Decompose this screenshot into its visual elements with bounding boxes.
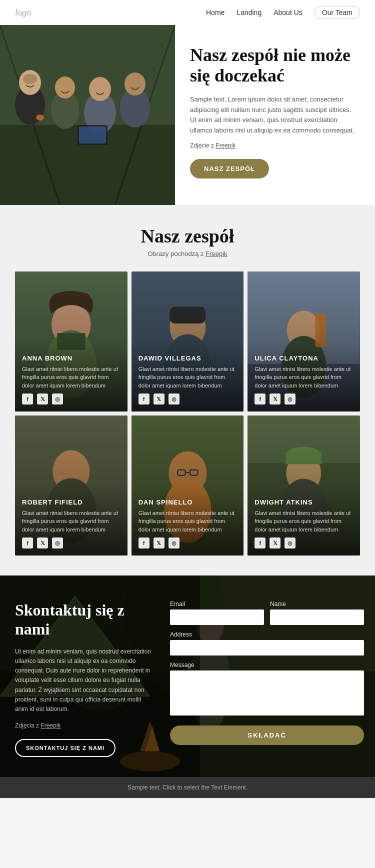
team-card[interactable]: ANNA BROWN Glavi amet ritnisi libero mol… <box>15 272 128 412</box>
form-row-2: Address <box>170 631 364 656</box>
submit-button[interactable]: SKŁADAĆ <box>170 726 364 745</box>
card-name: DAN SPINELLO <box>138 498 237 506</box>
instagram-icon[interactable]: ◎ <box>52 394 63 404</box>
instagram-icon[interactable]: ◎ <box>168 394 180 404</box>
twitter-icon[interactable]: 𝕏 <box>154 538 164 548</box>
svg-point-15 <box>36 114 44 120</box>
instagram-icon[interactable]: ◎ <box>284 538 296 548</box>
hero-title: Nasz zespół nie może się doczekać <box>190 45 355 86</box>
twitter-icon[interactable]: 𝕏 <box>154 394 164 404</box>
card-content: DAWID VILLEGAS Glavi amet ritnisi libero… <box>132 348 244 412</box>
card-socials: f 𝕏 ◎ <box>254 538 353 548</box>
contact-credit-link[interactable]: Freepik <box>40 722 60 729</box>
svg-point-10 <box>89 77 111 101</box>
card-name: DAWID VILLEGAS <box>138 354 237 362</box>
form-group-address: Address <box>170 631 364 656</box>
card-name: ULICA CLAYTONA <box>254 354 353 362</box>
form-group-message: Message <box>170 662 364 716</box>
svg-rect-12 <box>79 126 106 144</box>
name-input[interactable] <box>270 610 364 625</box>
card-description: Glavi amet ritnisi libero molestie ante … <box>254 509 353 534</box>
hero-section: Nasz zespół nie może się doczekać Sample… <box>0 25 375 205</box>
facebook-icon[interactable]: f <box>22 394 33 404</box>
contact-left: Skontaktuj się z nami Ut enim ad minim v… <box>15 600 155 757</box>
card-socials: f 𝕏 ◎ <box>138 538 237 548</box>
facebook-icon[interactable]: f <box>138 538 150 548</box>
team-credit-link[interactable]: Freepik <box>206 250 227 258</box>
email-label: Email <box>170 600 264 608</box>
navbar: logo Home Landing About Us Our Team <box>0 0 375 25</box>
hero-credit-link[interactable]: Freepik <box>216 142 236 149</box>
contact-section: Skontaktuj się z nami Ut enim ad minim v… <box>0 576 375 777</box>
team-section: Nasz zespół Obrazy pochodzą z Freepik AN… <box>0 205 375 576</box>
address-label: Address <box>170 631 364 638</box>
card-socials: f 𝕏 ◎ <box>22 538 120 548</box>
hero-description: Sample text. Lorem ipsum dolor sit amet,… <box>190 94 355 136</box>
contact-button[interactable]: SKONTAKTUJ SIĘ Z NAMI <box>15 739 116 757</box>
card-description: Glavi amet ritnisi libero molestie ante … <box>138 365 237 390</box>
card-content: ANNA BROWN Glavi amet ritnisi libero mol… <box>15 348 128 412</box>
twitter-icon[interactable]: 𝕏 <box>37 394 48 404</box>
card-content: DWIGHT ATKINS Glavi amet ritnisi libero … <box>248 492 360 556</box>
hero-illustration <box>0 25 175 205</box>
contact-credit: Zdjęcia z Freepik <box>15 722 155 729</box>
form-row-3: Message <box>170 662 364 716</box>
nav-home[interactable]: Home <box>206 8 224 16</box>
team-card[interactable]: DAWID VILLEGAS Glavi amet ritnisi libero… <box>132 272 244 412</box>
card-name: ANNA BROWN <box>22 354 120 362</box>
card-content: DAN SPINELLO Glavi amet ritnisi libero m… <box>132 492 244 556</box>
instagram-icon[interactable]: ◎ <box>284 394 296 404</box>
footer: Sample text. Click to select the Text El… <box>0 777 375 798</box>
team-title: Nasz zespół <box>15 225 360 247</box>
team-credit: Obrazy pochodzą z Freepik <box>15 250 360 258</box>
svg-point-8 <box>55 76 75 98</box>
nav-about[interactable]: About Us <box>274 8 302 16</box>
svg-point-6 <box>23 74 37 84</box>
instagram-icon[interactable]: ◎ <box>52 538 63 548</box>
card-content: ROBERT FIFIELD Glavi amet ritnisi libero… <box>15 492 128 556</box>
address-input[interactable] <box>170 640 364 656</box>
facebook-icon[interactable]: f <box>254 394 266 404</box>
contact-description: Ut enim ad minim veniam, quis nostrud ex… <box>15 647 155 714</box>
card-name: ROBERT FIFIELD <box>22 498 120 506</box>
facebook-icon[interactable]: f <box>138 394 150 404</box>
nav-our-team[interactable]: Our Team <box>314 6 360 19</box>
instagram-icon[interactable]: ◎ <box>168 538 180 548</box>
nav-links: Home Landing About Us Our Team <box>206 6 360 19</box>
card-description: Glavi amet ritnisi libero molestie ante … <box>22 365 120 390</box>
team-card[interactable]: ROBERT FIFIELD Glavi amet ritnisi libero… <box>15 416 128 556</box>
team-card[interactable]: ULICA CLAYTONA Glavi amet ritnisi libero… <box>248 272 360 412</box>
form-row-1: Email Name <box>170 600 364 625</box>
twitter-icon[interactable]: 𝕏 <box>37 538 48 548</box>
nav-landing[interactable]: Landing <box>236 8 262 16</box>
team-card[interactable]: DWIGHT ATKINS Glavi amet ritnisi libero … <box>248 416 360 556</box>
card-socials: f 𝕏 ◎ <box>22 394 120 404</box>
hero-image <box>0 25 175 205</box>
team-grid: ANNA BROWN Glavi amet ritnisi libero mol… <box>15 272 360 556</box>
card-socials: f 𝕏 ◎ <box>254 394 353 404</box>
name-label: Name <box>270 600 364 608</box>
contact-title: Skontaktuj się z nami <box>15 600 155 639</box>
contact-inner: Skontaktuj się z nami Ut enim ad minim v… <box>15 600 360 757</box>
team-card[interactable]: DAN SPINELLO Glavi amet ritnisi libero m… <box>132 416 244 556</box>
svg-point-14 <box>124 72 146 96</box>
card-content: ULICA CLAYTONA Glavi amet ritnisi libero… <box>248 348 360 412</box>
card-socials: f 𝕏 ◎ <box>138 394 237 404</box>
card-description: Glavi amet ritnisi libero molestie ante … <box>22 509 120 534</box>
card-description: Glavi amet ritnisi libero molestie ante … <box>138 509 237 534</box>
contact-form: Email Name Address Message <box>170 600 364 745</box>
email-input[interactable] <box>170 610 264 625</box>
hero-button[interactable]: NASZ ZESPÓŁ <box>190 159 269 178</box>
hero-credit: Zdjęcie z Freepik <box>190 142 355 149</box>
card-description: Glavi amet ritnisi libero molestie ante … <box>254 365 353 390</box>
facebook-icon[interactable]: f <box>22 538 33 548</box>
hero-content: Nasz zespół nie może się doczekać Sample… <box>175 25 375 205</box>
message-input[interactable] <box>170 670 364 716</box>
twitter-icon[interactable]: 𝕏 <box>270 538 280 548</box>
logo: logo <box>15 8 31 18</box>
facebook-icon[interactable]: f <box>254 538 266 548</box>
twitter-icon[interactable]: 𝕏 <box>270 394 280 404</box>
footer-text: Sample text. Click to select the Text El… <box>128 784 248 791</box>
form-group-email: Email <box>170 600 264 625</box>
form-group-name: Name <box>270 600 364 625</box>
